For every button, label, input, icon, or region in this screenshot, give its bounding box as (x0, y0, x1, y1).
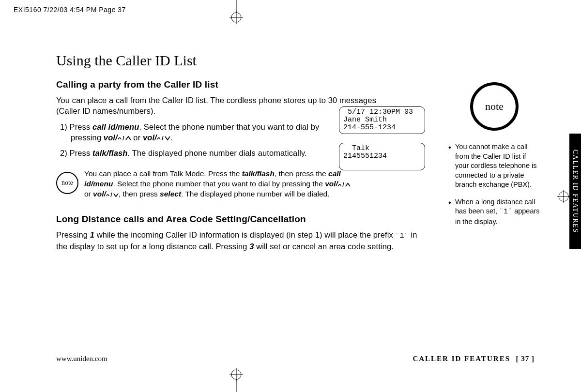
regmark-top (228, 0, 245, 24)
page-content: Using the Caller ID List Calling a party… (56, 44, 535, 368)
footer-url: www.uniden.com (56, 355, 107, 363)
svg-text:/: / (110, 192, 112, 198)
section1-heading: Calling a party from the Caller ID list (56, 79, 429, 90)
sidebar-note-item: When a long distance call has been set, … (448, 197, 540, 226)
section2-heading: Long Distance calls and Area Code Settin… (56, 214, 429, 225)
inline-note: note You can place a call from Talk Mode… (56, 169, 356, 199)
ring-up-icon: / (118, 135, 131, 141)
section-tab: CALLER ID FEATURES (569, 134, 581, 249)
ring-down-icon: / (106, 192, 119, 198)
sidebar-note: note You cannot make a call from the Cal… (448, 82, 540, 234)
sidebar-note-item: You cannot make a call from the Caller I… (448, 142, 540, 190)
print-slug: EXI5160 7/22/03 4:54 PM Page 37 (14, 6, 126, 14)
ring-up-icon: / (338, 181, 351, 188)
svg-text:/: / (122, 135, 124, 141)
step-1: 1) Press call id/menu. Select the phone … (56, 121, 342, 143)
step-2: 2) Press talk/flash. The displayed phone… (56, 148, 342, 158)
inline-note-text: You can place a call from Talk Mode. Pre… (84, 169, 356, 199)
page-title: Using the Caller ID List (56, 52, 429, 69)
section1-intro: You can place a call from the Caller ID … (56, 95, 385, 117)
footer-section: CALLER ID FEATURES [ 37 ] (413, 355, 535, 363)
lcd-display-2: Talk 2145551234 (339, 143, 425, 170)
section2-body: Pressing 1 while the incoming Caller ID … (56, 229, 424, 252)
ring-down-icon: / (157, 135, 170, 141)
svg-text:/: / (342, 181, 344, 188)
note-icon-big: note (470, 82, 519, 131)
note-icon-small: note (56, 172, 78, 194)
lcd-display-1: 5/17 12:30PM 03 Jane Smith 214-555-1234 (339, 106, 425, 134)
regmark-bottom (228, 368, 245, 392)
page-footer: www.uniden.com CALLER ID FEATURES [ 37 ] (56, 355, 535, 363)
svg-text:/: / (162, 135, 164, 141)
